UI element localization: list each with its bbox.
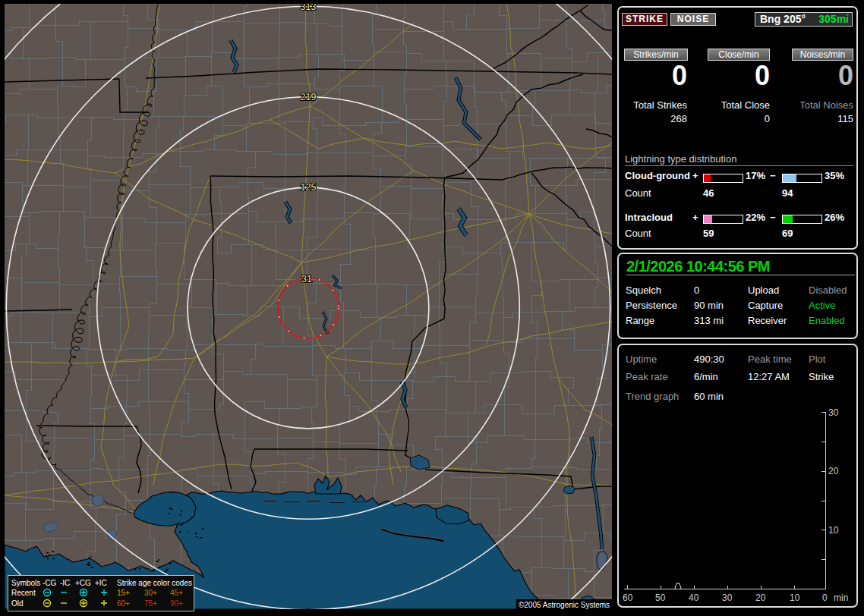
svg-text:60: 60: [623, 592, 633, 603]
svg-text:10: 10: [828, 525, 839, 536]
svg-text:30: 30: [722, 592, 733, 603]
svg-text:125: 125: [301, 182, 317, 193]
svg-text:31: 31: [301, 274, 312, 284]
svg-text:20: 20: [828, 466, 839, 476]
svg-text:50: 50: [655, 592, 666, 603]
svg-text:40: 40: [689, 592, 699, 603]
svg-text:min: min: [834, 592, 848, 603]
svg-text:30: 30: [828, 407, 839, 418]
svg-text:0: 0: [822, 592, 828, 603]
svg-text:219: 219: [301, 92, 317, 102]
svg-text:20: 20: [755, 592, 766, 603]
svg-text:10: 10: [790, 592, 800, 603]
svg-text:313: 313: [301, 2, 317, 12]
